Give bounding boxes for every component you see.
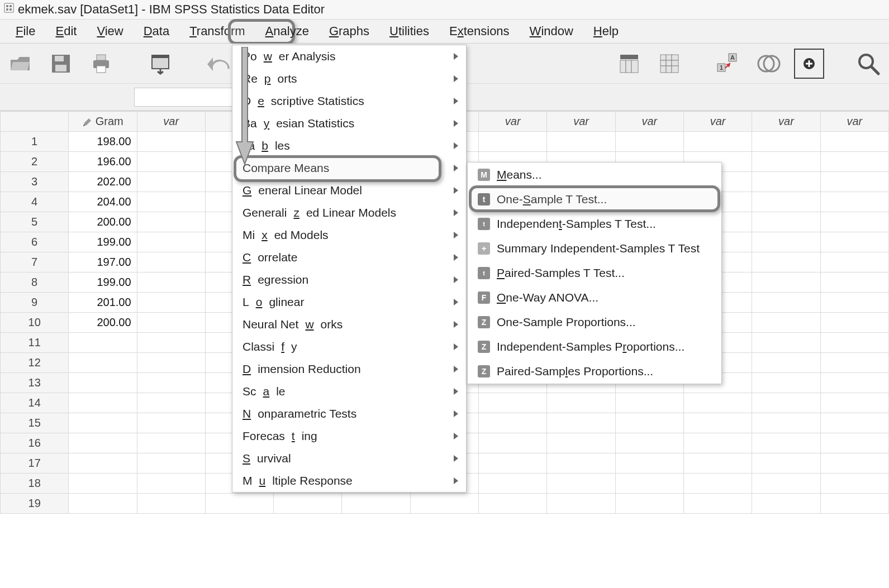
menu-survival[interactable]: Survival [232, 447, 466, 470]
row-header[interactable]: 8 [1, 273, 69, 293]
data-cell[interactable] [820, 172, 888, 192]
data-cell[interactable] [137, 353, 205, 373]
data-cell[interactable] [820, 474, 888, 494]
menu-correlate[interactable]: Correlate [232, 246, 466, 269]
data-cell[interactable] [479, 393, 547, 413]
menu-edit[interactable]: Edit [45, 21, 87, 42]
use-sets-button[interactable] [754, 49, 784, 79]
col-header-var[interactable]: var [683, 112, 752, 132]
menu-file[interactable]: File [6, 21, 45, 42]
col-header-var[interactable]: var [479, 112, 547, 132]
data-cell[interactable]: 200.00 [69, 212, 137, 232]
data-cell[interactable] [683, 494, 752, 514]
row-header[interactable]: 10 [1, 313, 69, 333]
value-labels-button[interactable]: A1 [714, 49, 744, 79]
row-header[interactable]: 19 [1, 494, 69, 514]
data-cell[interactable] [615, 393, 683, 413]
menu-descriptive-statistics[interactable]: Descriptive Statistics [232, 90, 466, 112]
data-cell[interactable] [752, 393, 820, 413]
data-cell[interactable] [752, 333, 820, 353]
data-cell[interactable]: 201.00 [69, 293, 137, 313]
col-header-var[interactable]: var [615, 112, 683, 132]
data-cell[interactable] [479, 132, 547, 152]
data-cell[interactable] [820, 333, 888, 353]
menu-bayesian-statistics[interactable]: Bayesian Statistics [232, 112, 466, 135]
data-cell[interactable] [615, 453, 683, 474]
row-header[interactable]: 16 [1, 433, 69, 453]
data-cell[interactable]: 200.00 [69, 313, 137, 333]
data-cell[interactable] [547, 413, 615, 433]
data-cell[interactable] [820, 393, 888, 413]
data-cell[interactable] [752, 152, 820, 172]
row-header[interactable]: 9 [1, 293, 69, 313]
col-header-gram[interactable]: Gram [69, 112, 137, 132]
data-cell[interactable] [752, 413, 820, 433]
data-cell[interactable] [479, 474, 547, 494]
data-cell[interactable] [342, 494, 410, 514]
data-cell[interactable] [820, 313, 888, 333]
data-cell[interactable] [820, 152, 888, 172]
menu-nonparametric-tests[interactable]: Nonparametric Tests [232, 403, 466, 425]
submenu-summary-independent-t-test[interactable]: +Summary Independent-Samples T Test [468, 236, 721, 261]
menu-loglinear[interactable]: Loglinear [232, 291, 466, 313]
data-cell[interactable] [615, 433, 683, 453]
data-cell[interactable] [479, 413, 547, 433]
menu-window[interactable]: Window [520, 21, 583, 42]
data-cell[interactable] [752, 453, 820, 474]
menu-neural-networks[interactable]: Neural Networks [232, 313, 466, 336]
data-cell[interactable] [683, 453, 752, 474]
data-cell[interactable] [479, 494, 547, 514]
row-header[interactable]: 12 [1, 353, 69, 373]
data-cell[interactable] [137, 172, 205, 192]
data-cell[interactable] [820, 433, 888, 453]
col-header-var[interactable]: var [752, 112, 820, 132]
menu-reports[interactable]: Reports [232, 68, 466, 90]
data-cell[interactable] [615, 494, 683, 514]
data-cell[interactable] [820, 132, 888, 152]
col-header-var[interactable]: var [137, 112, 205, 132]
data-cell[interactable] [137, 192, 205, 212]
find-button[interactable] [853, 49, 883, 79]
menu-multiple-response[interactable]: Multiple Response [232, 470, 466, 492]
data-cell[interactable] [547, 132, 615, 152]
data-cell[interactable] [137, 474, 205, 494]
data-cell[interactable] [137, 453, 205, 474]
col-header-var[interactable]: var [820, 112, 888, 132]
data-cell[interactable] [479, 433, 547, 453]
data-cell[interactable] [137, 313, 205, 333]
col-header-var[interactable]: var [547, 112, 615, 132]
menu-extensions[interactable]: Extensions [439, 21, 520, 42]
row-header[interactable]: 3 [1, 172, 69, 192]
data-cell[interactable] [137, 152, 205, 172]
menu-generalized-linear-models[interactable]: Generalized Linear Models [232, 202, 466, 224]
data-cell[interactable] [69, 373, 137, 393]
data-cell[interactable] [820, 212, 888, 232]
grid2-icon[interactable] [654, 49, 684, 79]
submenu-independent-samples-t-test[interactable]: tIndependent-Samples T Test... [468, 212, 721, 236]
row-header[interactable]: 18 [1, 474, 69, 494]
data-cell[interactable] [820, 494, 888, 514]
row-header[interactable]: 15 [1, 413, 69, 433]
data-cell[interactable] [547, 494, 615, 514]
data-cell[interactable] [69, 494, 137, 514]
add-button[interactable] [794, 49, 824, 79]
data-cell[interactable] [69, 433, 137, 453]
data-cell[interactable] [69, 393, 137, 413]
data-cell[interactable] [547, 393, 615, 413]
data-cell[interactable] [752, 353, 820, 373]
data-cell[interactable] [137, 273, 205, 293]
row-header[interactable]: 17 [1, 453, 69, 474]
data-cell[interactable] [615, 474, 683, 494]
data-cell[interactable]: 198.00 [69, 132, 137, 152]
data-cell[interactable] [137, 373, 205, 393]
data-cell[interactable] [69, 333, 137, 353]
data-cell[interactable] [820, 273, 888, 293]
data-cell[interactable] [683, 433, 752, 453]
row-header[interactable]: 13 [1, 373, 69, 393]
data-cell[interactable] [820, 413, 888, 433]
data-cell[interactable] [683, 132, 752, 152]
submenu-one-sample-proportions[interactable]: ZOne-Sample Proportions... [468, 310, 721, 334]
open-button[interactable] [6, 49, 36, 79]
menu-graphs[interactable]: Graphs [319, 21, 379, 42]
data-cell[interactable] [752, 373, 820, 393]
